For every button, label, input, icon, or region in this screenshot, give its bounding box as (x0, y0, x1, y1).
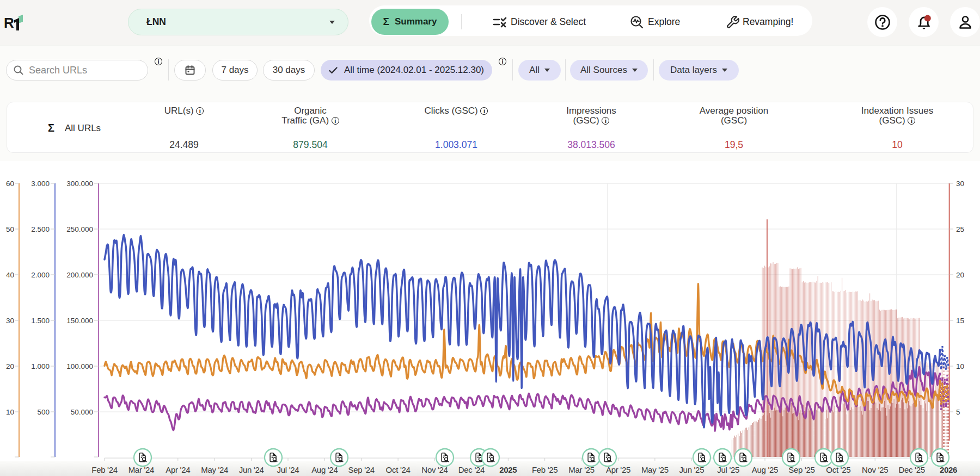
svg-text:Aug '25: Aug '25 (752, 465, 778, 474)
svg-text:Feb '24: Feb '24 (91, 465, 117, 474)
svg-text:Aug '24: Aug '24 (311, 465, 338, 474)
svg-text:2.500: 2.500 (31, 225, 50, 233)
svg-text:40: 40 (6, 271, 14, 279)
svg-text:100.000: 100.000 (66, 362, 93, 370)
svg-text:20: 20 (6, 362, 14, 370)
svg-text:250.000: 250.000 (66, 225, 93, 233)
svg-text:50.000: 50.000 (71, 408, 93, 416)
svg-text:500: 500 (37, 408, 50, 416)
svg-text:1.500: 1.500 (31, 317, 50, 325)
svg-text:1.000: 1.000 (31, 362, 50, 370)
svg-text:300.000: 300.000 (66, 180, 93, 188)
svg-text:2025: 2025 (499, 465, 517, 474)
svg-text:May '24: May '24 (201, 465, 228, 474)
svg-text:3.000: 3.000 (31, 180, 50, 188)
svg-text:Sep '24: Sep '24 (348, 465, 375, 474)
svg-text:10: 10 (956, 362, 964, 370)
svg-text:200.000: 200.000 (66, 271, 93, 279)
svg-text:Apr '24: Apr '24 (166, 465, 190, 474)
svg-text:25: 25 (956, 225, 964, 233)
svg-text:30: 30 (6, 317, 14, 325)
svg-text:30: 30 (956, 180, 964, 188)
svg-text:2.000: 2.000 (31, 271, 50, 279)
svg-text:Feb '25: Feb '25 (532, 465, 558, 474)
svg-text:May '25: May '25 (641, 465, 669, 474)
svg-text:Nov '25: Nov '25 (862, 465, 888, 474)
svg-text:Jun '24: Jun '24 (239, 465, 264, 474)
svg-text:60: 60 (6, 180, 14, 188)
svg-text:R: R (4, 15, 14, 31)
svg-text:15: 15 (956, 317, 964, 325)
svg-text:5: 5 (956, 408, 960, 416)
svg-text:50: 50 (6, 225, 14, 233)
svg-text:150.000: 150.000 (66, 317, 93, 325)
svg-text:Jul '24: Jul '24 (277, 465, 299, 474)
svg-text:10: 10 (6, 408, 14, 416)
svg-text:20: 20 (956, 271, 964, 279)
svg-text:Oct '24: Oct '24 (386, 465, 411, 474)
